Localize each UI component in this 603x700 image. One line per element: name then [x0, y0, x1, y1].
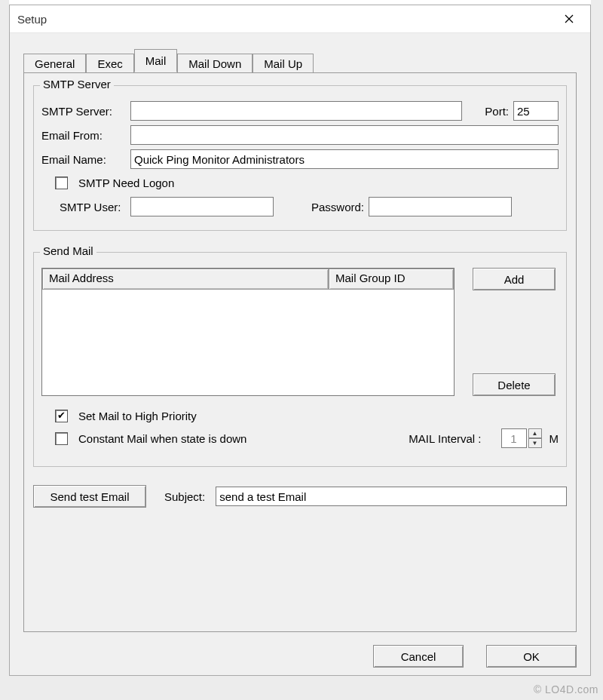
group-send-mail: Send Mail Mail Address Mail Group ID Add… — [33, 252, 567, 467]
cancel-button[interactable]: Cancel — [373, 645, 464, 668]
window-title: Setup — [17, 13, 47, 26]
smtp-need-logon-checkbox[interactable] — [55, 177, 68, 189]
email-from-label: Email From: — [41, 129, 126, 142]
port-input[interactable] — [513, 101, 559, 121]
smtp-need-logon-label: SMTP Need Logon — [78, 177, 174, 189]
client-area: General Exec Mail Mail Down Mail Up SMTP… — [10, 32, 590, 675]
list-headers: Mail Address Mail Group ID — [42, 269, 454, 290]
tab-strip: General Exec Mail Mail Down Mail Up — [23, 50, 577, 72]
constant-mail-label: Constant Mail when state is down — [78, 432, 246, 445]
mail-interval-label: MAIL Interval : — [409, 432, 481, 445]
email-from-input[interactable] — [130, 125, 559, 145]
close-icon — [565, 14, 574, 23]
tab-panel-mail: SMTP Server SMTP Server: Port: Email Fro… — [23, 72, 577, 632]
tab-mail[interactable]: Mail — [134, 49, 178, 72]
smtp-user-input[interactable] — [130, 197, 274, 216]
smtp-server-input[interactable] — [130, 101, 462, 121]
setup-dialog: Setup General Exec Mail Mail Down Mail U… — [9, 5, 591, 676]
list-body[interactable] — [42, 290, 454, 395]
tab-exec[interactable]: Exec — [86, 54, 133, 73]
ok-button[interactable]: OK — [486, 645, 577, 668]
password-input[interactable] — [369, 197, 512, 216]
tab-mail-up[interactable]: Mail Up — [253, 54, 314, 73]
interval-down[interactable]: ▼ — [528, 438, 542, 448]
group-send-mail-legend: Send Mail — [40, 244, 96, 257]
subject-label: Subject: — [164, 490, 205, 503]
email-name-input[interactable] — [130, 149, 559, 169]
port-label: Port: — [485, 105, 509, 118]
interval-up[interactable]: ▲ — [528, 428, 542, 438]
send-test-email-button[interactable]: Send test Email — [33, 485, 146, 508]
subject-input[interactable] — [216, 487, 567, 506]
password-label: Password: — [311, 201, 364, 213]
dialog-buttons: Cancel OK — [373, 645, 577, 668]
col-mail-address[interactable]: Mail Address — [42, 269, 329, 290]
high-priority-checkbox[interactable] — [55, 410, 68, 422]
smtp-user-label: SMTP User: — [41, 201, 126, 213]
col-mail-group-id[interactable]: Mail Group ID — [329, 269, 454, 290]
delete-button[interactable]: Delete — [473, 373, 556, 396]
group-smtp-legend: SMTP Server — [40, 78, 114, 91]
mail-address-list[interactable]: Mail Address Mail Group ID — [41, 268, 455, 396]
constant-mail-checkbox[interactable] — [55, 432, 68, 445]
close-button[interactable] — [552, 8, 586, 30]
tab-general[interactable]: General — [23, 54, 86, 73]
smtp-server-label: SMTP Server: — [41, 105, 126, 118]
group-smtp-server: SMTP Server SMTP Server: Port: Email Fro… — [33, 85, 567, 231]
titlebar: Setup — [10, 5, 590, 32]
add-button[interactable]: Add — [473, 268, 556, 290]
high-priority-label: Set Mail to High Priority — [78, 410, 197, 422]
mail-interval-spinner[interactable]: ▲ ▼ — [501, 428, 542, 448]
interval-unit: M — [549, 432, 559, 445]
watermark: © LO4D.com — [534, 683, 598, 695]
mail-interval-input[interactable] — [501, 428, 527, 448]
tab-mail-down[interactable]: Mail Down — [177, 54, 253, 73]
email-name-label: Email Name: — [41, 153, 126, 166]
